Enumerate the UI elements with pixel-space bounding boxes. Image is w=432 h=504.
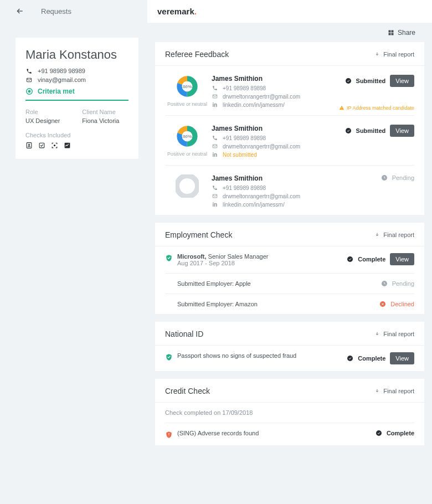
- final-report-link[interactable]: Final report: [374, 331, 414, 337]
- declined-icon: [379, 301, 386, 307]
- referee-name: James Smithion: [212, 174, 381, 182]
- check-icon: [347, 355, 353, 362]
- final-report-link[interactable]: Final report: [374, 232, 414, 238]
- svg-rect-9: [391, 30, 393, 33]
- referee-linkedin: linkedin.com/in/jamessm/: [223, 102, 285, 108]
- check-icon: [345, 78, 352, 84]
- referee-linkedin-status: Not submitted: [223, 152, 257, 158]
- avatar-placeholder: [176, 174, 199, 198]
- employment-period: Aug 2017 - Sep 2018: [177, 260, 347, 266]
- sub-emp-status: Declined: [390, 301, 414, 307]
- referee-status: Submitted: [356, 78, 386, 84]
- donut-percent: 86%: [176, 125, 199, 148]
- phone-icon: [212, 85, 218, 91]
- employment-title: Employment Check: [165, 230, 232, 239]
- download-icon: [374, 331, 380, 337]
- final-report-link[interactable]: Final report: [374, 388, 414, 394]
- svg-point-17: [346, 78, 351, 84]
- referee-status: Submitted: [356, 127, 386, 134]
- share-icon[interactable]: [388, 29, 394, 36]
- brand-logo: veremark.: [157, 7, 197, 16]
- svg-rect-11: [391, 33, 393, 35]
- clock-icon: [381, 280, 388, 287]
- candidate-card: Maria Konstanos +91 98989 98989 vinay@gm…: [16, 38, 138, 159]
- donut-percent: 86%: [176, 75, 199, 98]
- sub-emp-label: Submitted Employer:: [177, 301, 235, 307]
- email-icon: [212, 93, 218, 100]
- referee-linkedin: linkedin.com/in/jamessm/: [223, 202, 285, 208]
- employment-role: Senior Sales Manager: [207, 253, 269, 260]
- candidate-phone: +91 98989 98989: [38, 68, 85, 74]
- referee-phone: +91 98989 89898: [223, 135, 266, 141]
- sub-emp-label: Submitted Employer:: [177, 280, 235, 287]
- referee-row: 86% Positive or neutralJames Smithion+91…: [165, 116, 414, 166]
- brand-bar: veremark.: [147, 0, 432, 23]
- national-title: National ID: [165, 330, 203, 338]
- role-value: UX Designer: [25, 117, 60, 124]
- referee-phone: +91 98989 89898: [223, 185, 266, 191]
- donut-chart: 86%: [176, 125, 199, 148]
- phone-icon: [212, 184, 218, 191]
- svg-point-27: [347, 256, 353, 262]
- shield-alert-icon: [165, 430, 177, 439]
- criteria-met-icon: [25, 88, 33, 95]
- candidate-email: vinay@gmail.com: [38, 76, 86, 83]
- panel-employment: Employment Check Final report Microsoft,…: [155, 223, 424, 314]
- referee-name: James Smithion: [212, 75, 345, 83]
- svg-point-24: [177, 176, 197, 196]
- donut-chart: 86%: [176, 75, 199, 98]
- svg-point-31: [376, 430, 382, 436]
- svg-rect-10: [388, 33, 390, 35]
- checks-included-label: Checks Included: [25, 132, 128, 138]
- panel-national-id: National ID Final report Passport shows …: [155, 322, 424, 371]
- view-button[interactable]: View: [390, 253, 414, 265]
- check-icon: [345, 127, 352, 134]
- final-report-link[interactable]: Final report: [374, 51, 414, 58]
- email-icon: [212, 193, 218, 199]
- candidate-name: Maria Konstanos: [25, 48, 128, 62]
- warning-text: IP Address matched candidate: [347, 105, 414, 111]
- view-button[interactable]: View: [390, 75, 414, 87]
- donut-caption: Positive or neutral: [165, 101, 209, 107]
- referee-email: drwmeltonrangertrr@gmail.com: [223, 94, 300, 100]
- view-button[interactable]: View: [390, 125, 414, 137]
- linkedin-icon: in: [212, 201, 218, 208]
- employment-company: Microsoft,: [177, 253, 207, 260]
- national-text: Passport shows no signs of suspected fra…: [177, 352, 347, 359]
- back-button[interactable]: [16, 7, 24, 16]
- check-icon-task: [38, 142, 45, 149]
- check-icon-id: [25, 142, 33, 149]
- credit-completed: Check completed on 17/09/2018: [165, 403, 414, 423]
- national-status: Complete: [358, 355, 385, 362]
- referee-row: 86% Positive or neutralJames Smithion+91…: [165, 66, 414, 116]
- check-icon-scan: [51, 142, 58, 149]
- page-breadcrumb[interactable]: Requests: [41, 7, 71, 16]
- svg-point-23: [346, 128, 351, 133]
- sub-emp-status: Pending: [392, 280, 414, 287]
- warning-icon: [339, 105, 344, 111]
- svg-point-2: [28, 90, 30, 92]
- svg-point-4: [28, 144, 29, 145]
- email-icon: [25, 76, 32, 83]
- panel-credit: Credit Check Final report Check complete…: [155, 379, 424, 445]
- clock-icon: [381, 174, 388, 181]
- view-button[interactable]: View: [390, 352, 414, 364]
- download-icon: [374, 388, 380, 394]
- referee-email: drwmeltonrangertrr@gmail.com: [223, 143, 300, 150]
- check-icon-chart: [64, 142, 71, 149]
- check-icon: [376, 430, 382, 436]
- share-label[interactable]: Share: [398, 29, 415, 37]
- client-label: Client Name: [82, 109, 119, 115]
- linkedin-icon: in: [212, 101, 218, 108]
- referee-row: James Smithion+91 98989 89898drwmeltonra…: [165, 166, 414, 215]
- credit-text: (SING) Adverse records found: [177, 430, 376, 436]
- referee-name: James Smithion: [212, 125, 345, 132]
- sub-emp-value: Amazon: [235, 301, 258, 307]
- check-icon: [347, 256, 353, 263]
- referee-phone: +91 98989 89898: [223, 85, 266, 91]
- shield-icon: [165, 352, 177, 361]
- role-label: Role: [25, 109, 60, 115]
- referee-status: Pending: [392, 174, 414, 181]
- download-icon: [374, 52, 380, 57]
- download-icon: [374, 232, 380, 238]
